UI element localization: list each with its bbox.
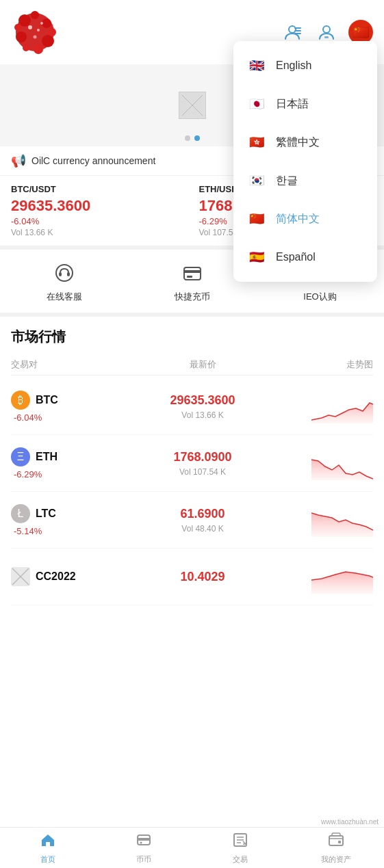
svg-point-12 [34, 36, 37, 39]
ticker-btc-vol: Vol 13.66 K [11, 228, 185, 237]
eth-coin-name: ETH [36, 451, 57, 463]
ltc-coin-name: LTC [36, 508, 56, 520]
market-price-ltc: 61.6900 Vol 48.40 K [139, 507, 267, 534]
svg-marker-33 [311, 513, 373, 537]
wallet-icon [328, 832, 344, 852]
coin-row-cc2022: CC2022 [11, 567, 139, 586]
ticker-btc-change: -6.04% [11, 216, 185, 226]
market-chart-eth [266, 446, 373, 480]
market-chart-ltc [266, 503, 373, 537]
nav-home-label: 首页 [40, 854, 55, 865]
recharge-icon [179, 259, 206, 287]
home-icon [40, 832, 56, 852]
ltc-mini-chart [311, 503, 373, 537]
coin-row-eth: Ξ ETH [11, 447, 139, 466]
lang-item-traditional-chinese[interactable]: 🇭🇰 繁體中文 [233, 123, 377, 161]
spanish-label: Español [276, 251, 316, 263]
market-chart-cc2022 [266, 560, 373, 594]
simplified-chinese-label: 简体中文 [276, 212, 320, 226]
cn-flag-icon: 🇨🇳 [247, 209, 266, 228]
dot-1 [185, 135, 190, 141]
eth-vol: Vol 107.54 K [179, 467, 226, 477]
eth-coin-icon: Ξ [11, 447, 30, 466]
japanese-label: 日本語 [276, 97, 309, 111]
svg-point-13 [40, 22, 43, 25]
coin-row-btc: ₿ BTC [11, 391, 139, 410]
nav-assets-label: 我的资产 [321, 854, 351, 865]
nav-trade[interactable]: 交易 [192, 832, 288, 865]
cc2022-mini-chart [311, 560, 373, 594]
ticker-btc-pair: BTC/USDT [11, 184, 185, 194]
nav-home[interactable]: 首页 [0, 832, 96, 865]
btc-price-val: 29635.3600 [170, 393, 235, 408]
language-dropdown: 🇬🇧 English 🇯🇵 日本語 🇭🇰 繁體中文 🇰🇷 한글 🇨🇳 简体中文 … [233, 41, 377, 282]
svg-point-3 [16, 31, 27, 42]
svg-rect-28 [187, 276, 192, 278]
svg-rect-27 [184, 270, 201, 273]
market-title: 市场行情 [11, 328, 373, 346]
hk-flag-icon: 🇭🇰 [247, 133, 266, 152]
logo-area [11, 8, 59, 56]
nav-trade-label: 交易 [233, 854, 248, 865]
col-header-chart: 走势图 [266, 358, 373, 371]
lang-item-simplified-chinese[interactable]: 🇨🇳 简体中文 [233, 200, 377, 238]
svg-point-5 [31, 11, 39, 19]
cc2022-price-val: 10.4029 [181, 570, 225, 584]
market-pair-btc: ₿ BTC -6.04% [11, 391, 139, 423]
bottom-nav: 首页 币币 交易 [0, 827, 384, 868]
market-pair-cc2022: CC2022 [11, 567, 139, 586]
lang-item-korean[interactable]: 🇰🇷 한글 [233, 161, 377, 200]
market-row-cc2022[interactable]: CC2022 10.4029 [11, 549, 373, 605]
market-row-ltc[interactable]: Ł LTC -5.14% 61.6900 Vol 48.40 K [11, 492, 373, 549]
col-header-pair: 交易对 [11, 358, 139, 371]
traditional-chinese-label: 繁體中文 [276, 135, 320, 150]
svg-point-9 [23, 44, 29, 51]
english-flag-icon: 🇬🇧 [247, 56, 266, 75]
btc-coin-icon: ₿ [11, 391, 30, 410]
svg-rect-25 [67, 272, 70, 276]
nav-coin[interactable]: 币币 [96, 832, 192, 865]
ltc-price-val: 61.6900 [181, 507, 225, 521]
ticker-btc[interactable]: BTC/USDT 29635.3600 -6.04% Vol 13.66 K [11, 184, 185, 237]
watermark: www.tiaozhuàn.net [321, 818, 379, 826]
market-price-cc2022: 10.4029 [139, 570, 267, 584]
japanese-flag-icon: 🇯🇵 [247, 94, 266, 114]
lang-item-spanish[interactable]: 🇪🇸 Español [233, 238, 377, 276]
announcement-text: OilC currency announcement [31, 155, 155, 166]
svg-point-2 [42, 18, 51, 28]
customer-service-icon [51, 259, 78, 287]
btc-coin-name: BTC [36, 394, 58, 406]
eth-price-val: 1768.0900 [174, 450, 232, 464]
trade-icon [232, 832, 248, 852]
svg-rect-24 [59, 272, 62, 276]
svg-point-6 [14, 24, 21, 31]
main-content: 🇨🇳 📢 OilC currency announcement BTC/USDT… [0, 0, 384, 653]
announcement-icon: 📢 [11, 153, 26, 168]
market-row-btc[interactable]: ₿ BTC -6.04% 29635.3600 Vol 13.66 K [11, 378, 373, 435]
banner-image [179, 92, 206, 119]
lang-item-english[interactable]: 🇬🇧 English [233, 47, 377, 85]
col-header-price: 最新价 [139, 358, 267, 371]
lang-item-japanese[interactable]: 🇯🇵 日本語 [233, 85, 377, 123]
action-recharge-label: 快捷充币 [175, 291, 210, 303]
action-customer-service-label: 在线客服 [47, 291, 82, 303]
cc2022-coin-name: CC2022 [36, 570, 76, 583]
action-customer-service[interactable]: 在线客服 [0, 259, 128, 303]
english-label: English [276, 60, 311, 72]
action-ieo-label: IEO认购 [303, 291, 336, 303]
nav-assets[interactable]: 我的资产 [288, 832, 384, 865]
svg-point-1 [18, 14, 31, 27]
ltc-vol: Vol 48.40 K [181, 524, 223, 534]
market-pair-eth: Ξ ETH -6.29% [11, 447, 139, 479]
market-pair-ltc: Ł LTC -5.14% [11, 504, 139, 536]
market-price-btc: 29635.3600 Vol 13.66 K [139, 393, 267, 420]
btc-mini-chart [311, 389, 373, 423]
btc-vol: Vol 13.66 K [181, 410, 223, 420]
eth-mini-chart [311, 446, 373, 480]
korean-label: 한글 [276, 174, 298, 188]
market-table-header: 交易对 最新价 走势图 [11, 354, 373, 376]
market-row-eth[interactable]: Ξ ETH -6.29% 1768.0900 Vol 107.54 K [11, 435, 373, 492]
market-chart-btc [266, 389, 373, 423]
coin-row-ltc: Ł LTC [11, 504, 139, 523]
market-price-eth: 1768.0900 Vol 107.54 K [139, 450, 267, 477]
